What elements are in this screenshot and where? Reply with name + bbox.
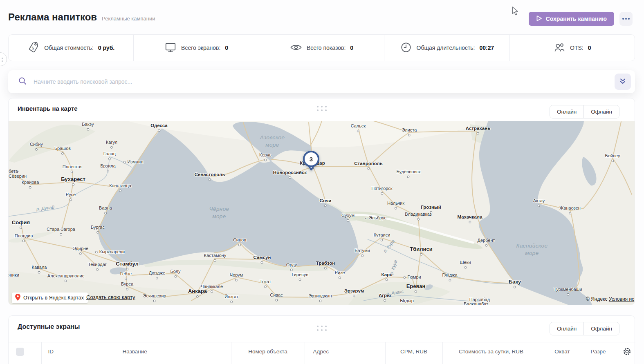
stat-value: 0 (350, 45, 353, 51)
open-in-yandex-maps-button[interactable]: Открыть в Яндекс.Картах (12, 293, 88, 303)
map-drag-handle[interactable] (317, 106, 327, 111)
play-icon (536, 15, 542, 23)
search-icon (18, 76, 27, 87)
screens-offline-button[interactable]: Офлайн (583, 322, 619, 335)
map[interactable]: СибиуБрашовБакэуКагулГалацИзмаилБрэилаОд… (9, 121, 635, 305)
map-pin-icon (15, 294, 20, 302)
screens-section-title: Доступные экраны (18, 323, 80, 331)
mouse-cursor (512, 7, 520, 18)
screens-table: ID Название Номер объекта Адрес CPM, RUB… (9, 342, 635, 364)
column-header-address: Адрес (305, 342, 385, 361)
clock-icon (400, 41, 412, 55)
screens-online-offline-toggle: Онлайн Офлайн (550, 322, 619, 335)
column-header-resolution: Разре (585, 342, 635, 361)
stat-label: Всего показов: (307, 45, 346, 51)
stat-value: 0 руб. (98, 45, 114, 51)
open-in-yandex-maps-label: Открыть в Яндекс.Картах (23, 295, 84, 301)
column-header-name: Название (116, 342, 231, 361)
available-screens-card: Доступные экраны Онлайн Офлайн ID Назван… (8, 315, 635, 364)
map-online-button[interactable]: Онлайн (550, 105, 583, 118)
page-title: Реклама напитков (8, 11, 97, 23)
more-options-button[interactable] (619, 12, 633, 26)
expand-filters-button[interactable] (615, 74, 631, 90)
column-header-reach: Охват (540, 342, 585, 361)
stat-label: Всего экранов: (181, 45, 220, 51)
map-inventory-card: Инвентарь на карте Онлайн Офлайн (8, 98, 635, 305)
table-row[interactable] (9, 361, 635, 364)
header-actions: Сохранить кампанию (529, 12, 633, 26)
table-settings-gear-icon[interactable] (620, 347, 632, 357)
double-chevron-down-icon (619, 78, 626, 86)
search-bar (8, 70, 635, 93)
stat-total-impressions: Всего показов: 0 (259, 35, 384, 61)
stat-label: OTS: (570, 45, 583, 51)
map-section-title: Инвентарь на карте (18, 105, 78, 112)
map-attribution: © Яндекс Условия ис (586, 296, 634, 302)
stat-value: 0 (225, 45, 228, 51)
stat-total-cost: $ Общая стоимость: 0 руб. (9, 35, 133, 61)
monitor-icon (164, 41, 177, 55)
column-header-preview (93, 342, 116, 361)
save-campaign-button[interactable]: Сохранить кампанию (529, 12, 614, 26)
campaign-stats-bar: $ Общая стоимость: 0 руб. Всего экранов:… (8, 34, 635, 61)
column-header-object-number: Номер объекта (231, 342, 305, 361)
stat-label: Общая длительность: (417, 45, 475, 51)
map-copyright: © Яндекс (586, 296, 608, 302)
svg-text:$: $ (31, 45, 35, 50)
screens-online-button[interactable]: Онлайн (550, 322, 583, 335)
search-input[interactable] (33, 78, 615, 85)
map-terrain (9, 121, 635, 305)
page-header: Реклама напитков Рекламные кампании (8, 11, 155, 23)
save-campaign-label: Сохранить кампанию (546, 16, 607, 22)
stat-total-duration: Общая длительность: 00:27 (384, 35, 509, 61)
map-offline-button[interactable]: Офлайн (583, 105, 619, 118)
create-own-map-link[interactable]: Создать свою карту (86, 294, 135, 300)
eye-icon (290, 41, 302, 55)
stat-total-screens: Всего экранов: 0 (133, 35, 258, 61)
column-header-cpm: CPM, RUB (385, 342, 442, 361)
stat-value: 00:27 (480, 45, 494, 51)
map-terms-link[interactable]: Условия ис (609, 296, 634, 302)
people-icon (553, 41, 565, 55)
stat-ots: OTS: 0 (509, 35, 635, 61)
price-tag-icon: $ (27, 41, 40, 55)
table-header-row: ID Название Номер объекта Адрес CPM, RUB… (9, 342, 635, 361)
marker-count: 3 (310, 156, 313, 163)
column-header-daily-cost: Стоимость за сутки, RUB (442, 342, 540, 361)
select-all-checkbox[interactable] (16, 348, 24, 356)
stat-value: 0 (588, 45, 591, 51)
column-header-id: ID (41, 342, 93, 361)
map-cluster-marker[interactable]: 3 (302, 150, 320, 173)
map-online-offline-toggle: Онлайн Офлайн (550, 105, 619, 118)
screens-drag-handle[interactable] (317, 326, 327, 331)
stat-label: Общая стоимость: (44, 45, 94, 51)
side-panel-toggle[interactable] (0, 52, 7, 66)
page-subtitle: Рекламные кампании (102, 16, 155, 22)
